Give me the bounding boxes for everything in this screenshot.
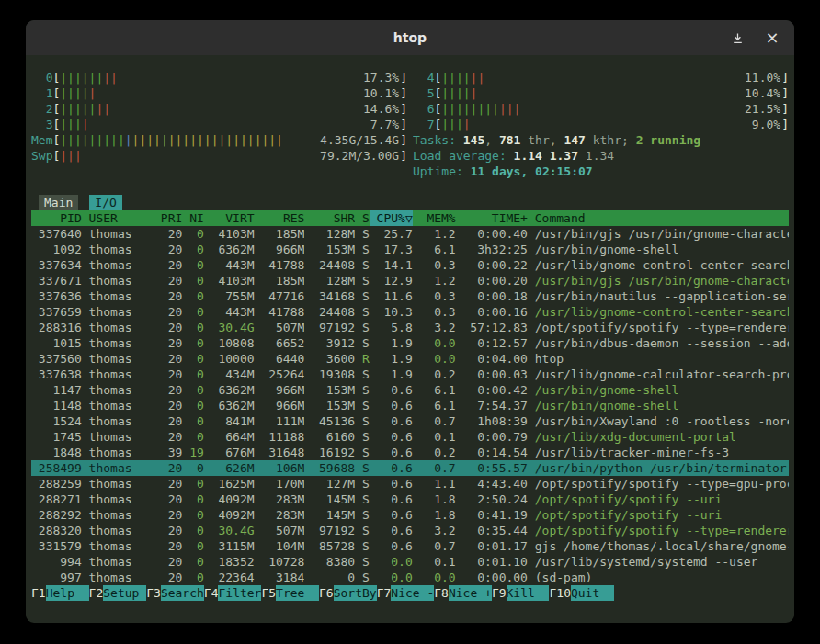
- column-header-user[interactable]: USER: [82, 210, 154, 226]
- process-row[interactable]: 1848thomas3919676M3164816192S0.60.20:14.…: [31, 445, 789, 460]
- cell-user: thomas: [82, 335, 154, 351]
- cell-res: 966M: [255, 242, 305, 257]
- download-icon[interactable]: [730, 30, 745, 45]
- fnkey-f5[interactable]: F5Tree: [261, 585, 319, 601]
- fnkey-label: Nice +: [449, 585, 492, 601]
- cell-shr: 0: [304, 570, 355, 585]
- cell-user: thomas: [82, 413, 154, 429]
- column-header-mem[interactable]: MEM%: [413, 210, 456, 226]
- process-row[interactable]: 1015thomas2001080866523912S1.90.00:12.57…: [31, 335, 789, 351]
- process-row[interactable]: 1092thomas2006362M966M153MS17.36.13h32:2…: [31, 242, 789, 257]
- cell-res: 6440: [255, 351, 305, 367]
- column-header-pid[interactable]: PID: [31, 210, 82, 226]
- cell-user: thomas: [82, 538, 154, 554]
- cell-virt: 1625M: [204, 476, 255, 491]
- process-row[interactable]: 331579thomas2003115M104M85728S0.60.70:01…: [31, 538, 789, 554]
- column-header-s[interactable]: S: [355, 210, 370, 226]
- cell-s: S: [355, 523, 370, 538]
- fnkey-label: Quit: [571, 585, 614, 601]
- cell-shr: 24408: [304, 257, 355, 273]
- close-icon[interactable]: ×: [765, 30, 780, 45]
- cell-mem: 0.0: [413, 351, 456, 367]
- column-header-ni[interactable]: NI: [182, 210, 203, 226]
- cell-command: (sd-pam): [528, 570, 789, 585]
- cell-res: 106M: [255, 460, 305, 476]
- process-row[interactable]: 337640thomas2004103M185M128MS25.71.20:00…: [31, 226, 789, 242]
- fnkey-f7[interactable]: F7Nice -: [377, 585, 435, 601]
- process-row[interactable]: 1524thomas200841M111M45136S0.60.71h08:39…: [31, 413, 789, 429]
- cell-command: /usr/bin/dbus-daemon --session --addr: [528, 335, 789, 351]
- fnkey-f1[interactable]: F1Help: [31, 585, 89, 601]
- cell-cpu: 12.9: [370, 273, 413, 288]
- cell-command: /usr/bin/gnome-shell: [528, 398, 789, 413]
- process-row[interactable]: 288271thomas2004092M283M145MS0.61.82:50.…: [31, 491, 789, 507]
- fnkey-f8[interactable]: F8Nice +: [434, 585, 492, 601]
- process-row[interactable]: 1148thomas2006362M966M153MS0.66.17:54.37…: [31, 398, 789, 413]
- cell-mem: 0.0: [413, 570, 456, 585]
- process-row[interactable]: 997thomas2002236431840S0.00.00:00.00(sd-…: [31, 570, 789, 585]
- process-row[interactable]: 337560thomas2001000064403600R1.90.00:04.…: [31, 351, 789, 367]
- fnkey-number: F4: [204, 585, 219, 601]
- cell-cpu: 11.6: [370, 288, 413, 304]
- fnkey-f2[interactable]: F2Setup: [89, 585, 147, 601]
- process-row[interactable]: 258499thomas200626M106M59688S0.60.70:55.…: [31, 460, 789, 476]
- cell-pri: 20: [154, 257, 182, 273]
- process-row[interactable]: 1745thomas200664M111886160S0.60.10:00.79…: [31, 429, 789, 445]
- cell-res: 966M: [255, 382, 305, 398]
- cell-shr: 153M: [304, 382, 355, 398]
- process-row[interactable]: 1147thomas2006362M966M153MS0.66.10:00.42…: [31, 382, 789, 398]
- cell-cpu: 0.0: [370, 554, 413, 570]
- meter-cpu6: 6[|||||||||||21.5%]: [413, 101, 789, 117]
- process-row[interactable]: 337638thomas200434M2526419308S1.90.20:00…: [31, 367, 789, 382]
- tab-main[interactable]: Main: [39, 195, 78, 210]
- cell-cpu: 0.6: [370, 413, 413, 429]
- process-row[interactable]: 337636thomas200755M4771634168S11.60.30:0…: [31, 288, 789, 304]
- fnkey-f9[interactable]: F9Kill: [492, 585, 550, 601]
- process-row[interactable]: 288292thomas2004092M283M145MS0.61.80:41.…: [31, 507, 789, 523]
- cell-cpu: 0.6: [370, 523, 413, 538]
- fnkey-f6[interactable]: F6SortBy: [319, 585, 377, 601]
- cell-cpu: 0.6: [370, 398, 413, 413]
- column-header-time[interactable]: TIME+: [456, 210, 528, 226]
- fnkey-f4[interactable]: F4Filter: [204, 585, 262, 601]
- cell-ni: 0: [182, 476, 203, 491]
- tab-io[interactable]: I/O: [89, 195, 121, 210]
- cell-ni: 0: [182, 242, 203, 257]
- column-header-res[interactable]: RES: [255, 210, 305, 226]
- cell-time: 57:12.83: [456, 320, 528, 335]
- fnkey-f3[interactable]: F3Search: [146, 585, 204, 601]
- cell-virt: 4103M: [204, 273, 255, 288]
- cell-pri: 20: [154, 538, 182, 554]
- column-header-shr[interactable]: SHR: [304, 210, 355, 226]
- column-header-cpu[interactable]: CPU%▽: [370, 210, 413, 226]
- meter-bracket: ]: [400, 70, 407, 85]
- titlebar[interactable]: htop ×: [26, 20, 794, 55]
- column-header-virt[interactable]: VIRT: [204, 210, 255, 226]
- process-row[interactable]: 288316thomas20030.4G507M97192S5.83.257:1…: [31, 320, 789, 335]
- process-row[interactable]: 337659thomas200443M4178824408S10.30.30:0…: [31, 304, 789, 320]
- process-row[interactable]: 288259thomas2001625M170M127MS0.61.14:43.…: [31, 476, 789, 491]
- cell-res: 170M: [255, 476, 305, 491]
- cell-pid: 1524: [31, 413, 82, 429]
- fnkey-label: SortBy: [334, 585, 377, 601]
- cell-pid: 331579: [31, 538, 82, 554]
- process-row[interactable]: 288320thomas20030.4G507M97192S0.63.20:35…: [31, 523, 789, 538]
- meter-bracket: ]: [781, 70, 789, 85]
- cell-ni: 0: [182, 288, 203, 304]
- cell-command: /usr/bin/gnome-shell: [528, 382, 789, 398]
- column-header-pri[interactable]: PRI: [154, 210, 182, 226]
- meter-label: 3: [31, 117, 52, 132]
- process-row[interactable]: 337671thomas2004103M185M128MS12.91.20:00…: [31, 273, 789, 288]
- cell-res: 47716: [255, 288, 305, 304]
- cell-command: /usr/bin/Xwayland :0 -rootless -nores: [528, 413, 789, 429]
- cell-s: S: [355, 445, 370, 460]
- cell-command: /opt/spotify/spotify --uri: [528, 507, 789, 523]
- column-header-command[interactable]: Command: [528, 210, 789, 226]
- cell-shr: 85728: [304, 538, 355, 554]
- cell-pid: 1848: [31, 445, 82, 460]
- cell-mem: 0.3: [413, 257, 456, 273]
- process-row[interactable]: 337634thomas200443M4178824408S14.10.30:0…: [31, 257, 789, 273]
- process-row[interactable]: 994thomas20018352107288380S0.00.10:01.10…: [31, 554, 789, 570]
- fnkey-f10[interactable]: F10Quit: [549, 585, 613, 601]
- fnkey-number: F7: [377, 585, 392, 601]
